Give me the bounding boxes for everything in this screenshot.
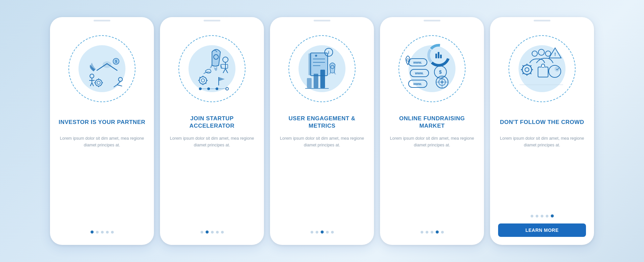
crowd-icon: ! <box>514 40 571 97</box>
svg-line-87 <box>530 65 531 66</box>
svg-point-26 <box>199 77 207 84</box>
dot-1-4 <box>106 231 109 234</box>
svg-point-75 <box>538 49 544 55</box>
svg-point-37 <box>199 87 202 90</box>
dot-3-4 <box>326 231 329 234</box>
dot-2-2 <box>206 231 209 234</box>
dots-row-3 <box>311 231 334 234</box>
dot-5-2 <box>536 215 538 217</box>
svg-text:www.: www. <box>415 71 424 75</box>
card-title-2: JOIN STARTUP ACCELERATOR <box>168 114 256 131</box>
svg-point-14 <box>95 79 102 86</box>
dots-row-1 <box>91 231 114 234</box>
icon-area-4: www. www. www. $ <box>395 32 469 106</box>
card-user-engagement: ★ i USER ENGAGEMENT & METRICS <box>270 17 374 245</box>
svg-line-33 <box>206 83 206 84</box>
svg-text:www.: www. <box>413 82 422 86</box>
dot-5-4 <box>546 215 548 217</box>
svg-line-86 <box>530 73 531 74</box>
svg-text:★: ★ <box>314 53 318 58</box>
svg-point-2 <box>103 62 111 68</box>
card-desc-1: Lorem ipsum dolor sit dim amet, mea regi… <box>58 135 146 180</box>
engagement-icon: ★ i <box>293 40 351 97</box>
svg-rect-59 <box>440 55 442 58</box>
svg-rect-41 <box>310 53 328 76</box>
cards-container: $ <box>43 10 601 252</box>
svg-rect-58 <box>438 52 439 58</box>
dot-4-2 <box>426 231 428 234</box>
dot-2-3 <box>211 231 214 234</box>
icon-area-3: ★ i <box>285 32 359 106</box>
svg-text:www.: www. <box>413 61 422 64</box>
card-investor-partner: $ <box>50 17 154 245</box>
icon-area-1: $ <box>65 32 139 106</box>
svg-rect-52 <box>320 70 325 88</box>
card-startup-accelerator: JOIN STARTUP ACCELERATOR Lorem ipsum dol… <box>160 17 264 245</box>
svg-point-74 <box>532 51 537 56</box>
card-title-3: USER ENGAGEMENT & METRICS <box>278 114 366 131</box>
svg-line-12 <box>114 85 117 87</box>
svg-point-66 <box>407 59 409 61</box>
svg-line-13 <box>117 85 122 86</box>
dot-2-5 <box>221 231 224 234</box>
svg-point-79 <box>522 65 532 74</box>
dot-1-1 <box>91 231 94 234</box>
svg-point-5 <box>90 74 94 78</box>
card-title-5: DON'T FOLLOW THE CROWD <box>500 114 584 131</box>
dot-4-1 <box>421 231 423 234</box>
svg-point-80 <box>525 68 529 72</box>
svg-rect-89 <box>538 67 548 77</box>
dot-5-1 <box>531 215 533 217</box>
svg-marker-35 <box>219 77 225 81</box>
dots-row-5 <box>531 214 554 217</box>
dot-1-3 <box>101 231 104 234</box>
svg-point-91 <box>549 65 561 77</box>
svg-point-92 <box>555 67 559 71</box>
svg-line-88 <box>523 73 524 74</box>
dot-3-2 <box>316 231 318 234</box>
svg-text:$: $ <box>115 60 117 63</box>
svg-rect-57 <box>435 54 437 58</box>
svg-point-39 <box>216 87 218 90</box>
card-desc-4: Lorem ipsum dolor sit dim amet, mea regi… <box>388 135 476 180</box>
svg-line-24 <box>223 69 225 73</box>
card-desc-2: Lorem ipsum dolor sit dim amet, mea regi… <box>168 135 256 180</box>
dot-2-1 <box>201 231 203 234</box>
startup-icon <box>183 40 240 97</box>
card-online-fundraising: www. www. www. $ <box>380 17 484 245</box>
dot-1-2 <box>96 231 99 234</box>
investor-partner-icon: $ <box>73 40 130 97</box>
svg-text:!: ! <box>554 52 556 57</box>
svg-rect-51 <box>314 74 318 88</box>
icon-area-2 <box>175 32 249 106</box>
svg-point-76 <box>545 51 551 56</box>
svg-line-8 <box>90 83 92 86</box>
icon-area-5: ! <box>505 32 579 106</box>
dot-4-4 <box>436 231 439 234</box>
svg-point-15 <box>97 81 100 84</box>
dot-3-1 <box>311 231 313 234</box>
dot-4-5 <box>441 231 444 234</box>
dot-4-3 <box>431 231 433 234</box>
card-dont-follow: ! <box>490 17 594 245</box>
svg-point-10 <box>118 77 122 81</box>
dot-3-5 <box>331 231 334 234</box>
svg-line-9 <box>92 83 94 86</box>
dots-row-2 <box>201 231 224 234</box>
svg-point-21 <box>223 57 228 62</box>
svg-rect-50 <box>307 78 312 88</box>
dot-2-4 <box>216 231 219 234</box>
svg-point-38 <box>207 87 210 90</box>
dot-5-3 <box>541 215 543 217</box>
learn-more-button[interactable]: LEARN MORE <box>498 223 586 237</box>
svg-line-11 <box>117 81 120 85</box>
card-desc-3: Lorem ipsum dolor sit dim amet, mea regi… <box>278 135 366 180</box>
svg-point-27 <box>201 79 205 82</box>
card-title-1: INVESTOR IS YOUR PARTNER <box>59 114 146 131</box>
fundraising-icon: www. www. www. $ <box>404 40 461 97</box>
svg-text:$: $ <box>439 69 442 75</box>
dot-3-3 <box>321 231 324 234</box>
svg-rect-42 <box>309 54 311 75</box>
svg-line-85 <box>523 65 524 66</box>
dot-1-5 <box>111 231 114 234</box>
